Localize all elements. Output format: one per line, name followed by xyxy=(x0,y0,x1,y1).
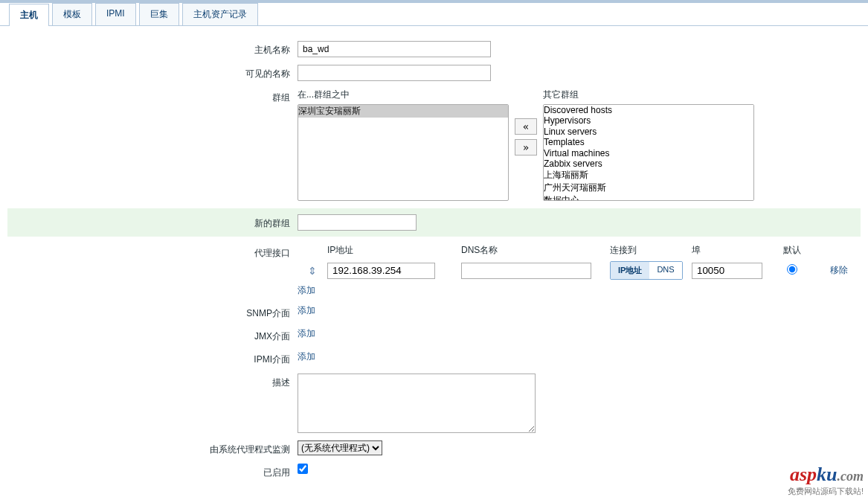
other-group-option[interactable]: Templates xyxy=(544,137,753,147)
newgroup-input[interactable] xyxy=(298,214,417,231)
tab-inventory[interactable]: 主机资产记录 xyxy=(182,3,258,25)
other-group-option[interactable]: Virtual machines xyxy=(544,148,753,158)
col-connect-header: 连接到 xyxy=(610,244,692,257)
in-group-option[interactable]: 深圳宝安瑞丽斯 xyxy=(298,105,508,118)
label-enabled: 已启用 xyxy=(7,464,298,479)
description-textarea[interactable] xyxy=(298,374,536,433)
label-agent-interface: 代理接口 xyxy=(7,244,298,260)
proxy-select[interactable]: (无系统代理程式) xyxy=(298,440,382,455)
connect-to-toggle: IP地址 DNS xyxy=(610,261,683,280)
agent-ip-input[interactable] xyxy=(327,263,435,279)
agent-add-link[interactable]: 添加 xyxy=(298,284,315,297)
col-ip-header: IP地址 xyxy=(327,244,461,257)
move-right-button[interactable]: » xyxy=(515,139,537,156)
col-port-header: 埠 xyxy=(692,244,774,257)
ipmi-add-link[interactable]: 添加 xyxy=(298,350,315,363)
hostname-input[interactable] xyxy=(298,41,491,57)
label-visiblename: 可见的名称 xyxy=(7,65,298,80)
tab-ipmi[interactable]: IPMI xyxy=(95,3,136,25)
other-group-option[interactable]: Linux servers xyxy=(544,126,753,137)
enabled-checkbox[interactable] xyxy=(298,464,308,474)
label-groups: 群组 xyxy=(7,89,298,104)
other-group-option[interactable]: 上海瑞丽斯 xyxy=(544,169,753,182)
other-groups-title: 其它群组 xyxy=(543,89,754,101)
move-left-button[interactable]: « xyxy=(515,118,537,135)
label-description: 描述 xyxy=(7,374,298,389)
other-group-option[interactable]: 数据中心 xyxy=(544,194,753,201)
other-group-option[interactable]: Hypervisors xyxy=(544,115,753,126)
agent-default-radio[interactable] xyxy=(787,264,797,275)
connect-to-ip-option[interactable]: IP地址 xyxy=(611,262,649,279)
visiblename-input[interactable] xyxy=(298,65,491,81)
tab-macros[interactable]: 巨集 xyxy=(139,3,179,25)
other-group-option[interactable]: Discovered hosts xyxy=(544,105,753,115)
agent-remove-link[interactable]: 移除 xyxy=(830,265,848,275)
jmx-add-link[interactable]: 添加 xyxy=(298,327,315,340)
connect-to-dns-option[interactable]: DNS xyxy=(649,262,681,279)
label-ipmi-interface: IPMI介面 xyxy=(7,350,298,366)
other-group-option[interactable]: Zabbix servers xyxy=(544,158,753,169)
tab-host[interactable]: 主机 xyxy=(9,4,49,26)
agent-dns-input[interactable] xyxy=(461,263,591,279)
tab-templates[interactable]: 模板 xyxy=(52,3,92,25)
col-default-header: 默认 xyxy=(774,244,811,257)
drag-handle-icon[interactable]: ⇕ xyxy=(308,265,317,277)
snmp-add-link[interactable]: 添加 xyxy=(298,304,315,317)
label-newgroup: 新的群组 xyxy=(7,214,298,230)
tabs-bar: 主机 模板 IPMI 巨集 主机资产记录 xyxy=(0,3,868,26)
in-groups-listbox[interactable]: 深圳宝安瑞丽斯 xyxy=(298,104,509,201)
label-hostname: 主机名称 xyxy=(7,41,298,57)
label-snmp-interface: SNMP介面 xyxy=(7,304,298,320)
host-form: 主机名称 可见的名称 群组 在...群组之中 深圳宝安瑞丽斯 « » xyxy=(0,26,868,494)
other-groups-listbox[interactable]: Discovered hostsHypervisorsLinux servers… xyxy=(543,104,754,201)
in-groups-title: 在...群组之中 xyxy=(298,89,509,101)
col-dns-header: DNS名称 xyxy=(461,244,610,257)
label-monitored-by: 由系统代理程式监测 xyxy=(7,440,298,456)
agent-port-input[interactable] xyxy=(692,263,762,279)
other-group-option[interactable]: 广州天河瑞丽斯 xyxy=(544,182,753,194)
label-jmx-interface: JMX介面 xyxy=(7,327,298,343)
